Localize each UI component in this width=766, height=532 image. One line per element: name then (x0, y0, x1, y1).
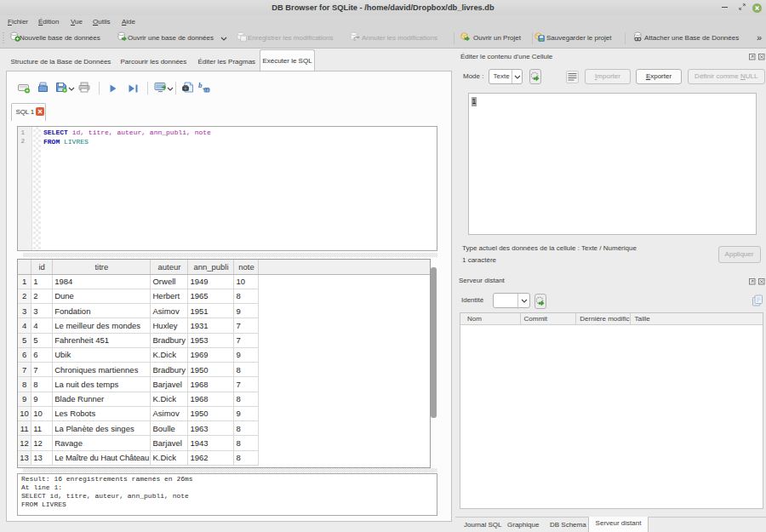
svg-text:b: b (198, 81, 203, 89)
